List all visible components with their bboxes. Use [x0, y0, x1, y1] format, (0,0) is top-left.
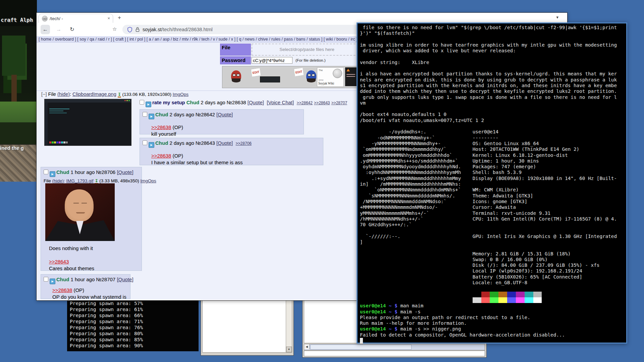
browser-tab[interactable]: /tech/ - ×	[39, 14, 113, 23]
hide-file-link[interactable]: (hide)	[52, 178, 64, 183]
reply-image-thumbnail[interactable]	[45, 183, 115, 241]
file-drop-zone[interactable]: Select/drop/paste files here	[252, 44, 362, 56]
tab-search-chevron-icon[interactable]: ▾	[556, 15, 558, 20]
new-tab-button[interactable]: +	[118, 14, 121, 21]
minecraft-tree-trunk	[11, 75, 17, 103]
vertical-scrollbar[interactable]: ▼	[286, 299, 292, 353]
url-path: /tech/thread/28638.html	[161, 27, 212, 32]
back-button[interactable]: ←	[41, 25, 50, 34]
imgops-link[interactable]: ImgOps	[141, 178, 156, 183]
backlink[interactable]: >>28642	[297, 101, 313, 105]
scroll-left-button[interactable]: ◀	[304, 344, 310, 349]
post-checkbox[interactable]	[44, 277, 48, 282]
post-text: I have a similar setup but ur theme is a…	[151, 159, 320, 166]
quote-link[interactable]: [Quote]	[248, 100, 264, 105]
minecraft-chat-fragment: ined the g	[0, 145, 24, 151]
url-text[interactable]: soyjak.st/tech/thread/28638.html	[143, 27, 213, 32]
shield-icon[interactable]	[127, 27, 132, 33]
cite-link[interactable]: >>28638	[52, 287, 72, 293]
cite-op-tag: (OP)	[171, 153, 183, 159]
post-author: Chud	[155, 140, 168, 146]
post-checkbox[interactable]	[143, 140, 147, 145]
post-author: Chud	[56, 277, 69, 282]
file-name-link[interactable]: ClipboardImage.png	[72, 92, 116, 97]
embed-play-icon[interactable]: ▶	[146, 102, 151, 107]
backlink[interactable]: >>28643	[314, 101, 330, 105]
spawn-terminal-window[interactable]: Preparing spawn area: 52%Preparing spawn…	[67, 296, 199, 351]
post-reply-28642: ▶Chud 2 days ago №28642 [Quote] >>28638 …	[140, 109, 304, 134]
url-host: soyjak.st	[143, 27, 161, 32]
window-text-input[interactable]	[304, 351, 485, 356]
post-reply-28706: ▶Chud 1 hour ago №28706 [Quote] File (hi…	[41, 167, 142, 271]
lock-icon[interactable]	[135, 27, 140, 32]
post-text: Does nothing with it	[49, 245, 139, 252]
post-number: №28643	[196, 140, 215, 146]
eye-graphic	[82, 203, 87, 203]
banner-text-fragment: The	[319, 69, 323, 71]
cite-link[interactable]: >>28643	[49, 259, 69, 264]
post-checkbox[interactable]	[44, 170, 48, 174]
quote-link[interactable]: [Quote]	[117, 169, 133, 175]
wiki-title: Soyjak Wiki	[318, 82, 334, 85]
post-subject: rate my setup	[152, 100, 185, 105]
url-bar[interactable]: soyjak.st/tech/thread/28638.html	[122, 25, 385, 34]
password-input[interactable]	[252, 57, 292, 64]
download-icon[interactable]: ↧	[118, 93, 121, 98]
terminal-window[interactable]: file so there is no need for lvm" "$(gre…	[357, 22, 627, 344]
terminal-lines: file so there is no need for lvm" "$(gre…	[358, 23, 626, 345]
embed-play-icon[interactable]: ▶	[149, 114, 154, 119]
op-image-thumbnail[interactable]	[44, 99, 131, 146]
edit-sign: EDIT	[293, 67, 304, 77]
op-post-header: ▶rate my setup Chud 2 days ago №28638 [Q…	[140, 100, 347, 107]
quote-link[interactable]: [Quote]	[216, 140, 233, 146]
minecraft-tree-leaves	[2, 36, 25, 76]
post-date: 1 hour ago	[71, 277, 95, 282]
background-window-middle[interactable]: ▼	[201, 297, 294, 356]
quote-link[interactable]: [Quote]	[117, 277, 133, 282]
backlink[interactable]: >>28707	[331, 101, 347, 105]
colon: :	[70, 92, 72, 97]
scroll-down-button[interactable]: ▼	[286, 347, 292, 352]
post-date: 1 hour ago	[71, 169, 95, 175]
post-checkbox[interactable]	[143, 112, 147, 117]
mouth-graphic	[76, 212, 85, 214]
desktop: craft Alph ined the g Preparing spawn ar…	[0, 0, 644, 362]
scrollbar-thumb[interactable]	[310, 345, 412, 350]
minecraft-window[interactable]: craft Alph ined the g	[0, 0, 37, 181]
cite-op-tag: (OP)	[72, 287, 84, 293]
window-content-area	[202, 299, 286, 353]
bookmark-icon[interactable]: ☆	[112, 26, 117, 32]
board-banner-image: EDIT EDIT The prew Soyjak Wiki	[222, 66, 358, 88]
edit-sign: EDIT	[251, 68, 261, 77]
file-word: File	[44, 178, 51, 183]
quote-link[interactable]: [Quote]	[216, 112, 233, 117]
collapse-toggle[interactable]: [−]	[41, 92, 47, 97]
op-file-line: [−] File (hide): ClipboardImage.png ↧ (1…	[41, 92, 189, 98]
voice-chat-link[interactable]: [Voice Chat]	[267, 100, 294, 105]
post-author: Chud	[56, 169, 69, 175]
post-author: Chud	[186, 100, 199, 105]
backlink[interactable]: >>28706	[236, 141, 252, 146]
post-date: 2 days ago	[201, 100, 225, 105]
cite-link[interactable]: >>28638	[151, 153, 171, 159]
imgops-link[interactable]: ImgOps	[173, 92, 189, 97]
tab-title: /tech/ -	[50, 16, 63, 21]
tab-close-icon[interactable]: ×	[107, 16, 110, 21]
post-date: 2 days ago	[170, 140, 194, 146]
cite-link[interactable]: >>28638	[151, 124, 171, 130]
post-reply-28707: ▶Chud 1 hour ago №28707 [Quote] >>28638 …	[41, 274, 130, 299]
warning-panel-graphic	[345, 67, 357, 86]
forward-button[interactable]: →	[54, 25, 63, 34]
password-label: Password	[220, 56, 251, 64]
hide-file-link[interactable]: (hide)	[57, 92, 70, 97]
reload-button[interactable]: ↻	[67, 25, 77, 34]
embed-play-icon[interactable]: ▶	[149, 142, 154, 148]
post-checkbox[interactable]	[140, 100, 144, 105]
post-text: OP do you know what systemd is	[52, 294, 127, 300]
tab-favicon-icon	[42, 16, 48, 21]
file-meta: (3.33 MB, 498x350)	[98, 178, 140, 183]
post-reply-28643: ▶Chud 2 days ago №28643 [Quote] >>28706 …	[140, 138, 323, 165]
embed-play-icon[interactable]: ▶	[50, 171, 55, 177]
file-name-link[interactable]: IMG_1793.gif	[66, 178, 94, 183]
embed-play-icon[interactable]: ▶	[50, 279, 55, 284]
